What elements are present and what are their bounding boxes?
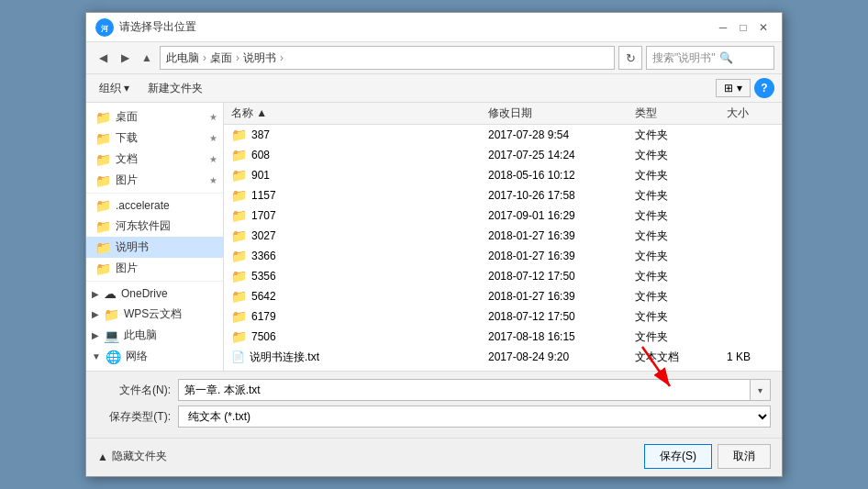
- breadcrumb-sep1: ›: [203, 51, 206, 64]
- sidebar-item-accelerate[interactable]: 📁 .accelerate: [86, 195, 223, 216]
- picture-icon: 📁: [95, 173, 111, 188]
- minimize-button[interactable]: ─: [714, 18, 732, 37]
- sidebar-divider2: [86, 281, 223, 282]
- table-row[interactable]: 📁 387 2017-07-28 9:54 文件夹: [224, 125, 782, 145]
- pin-icon-document: ★: [209, 154, 217, 164]
- filetype-select[interactable]: 纯文本 (*.txt): [178, 406, 771, 428]
- onedrive-expand-icon: ▶: [92, 289, 99, 299]
- folder-icon: 📁: [231, 228, 247, 243]
- filetype-row: 保存类型(T): 纯文本 (*.txt): [97, 406, 771, 428]
- sidebar-label-desktop: 桌面: [116, 109, 138, 125]
- file-rows: 📁 387 2017-07-28 9:54 文件夹 📁 608 2017-07-…: [224, 125, 782, 367]
- filename-label: 文件名(N):: [97, 383, 171, 398]
- file-icon: 📄: [231, 350, 245, 363]
- title-bar: 河 请选择导出位置 ─ □ ✕: [86, 13, 782, 42]
- sidebar-label-network: 网络: [126, 349, 148, 364]
- file-size: 1 KB: [727, 350, 782, 363]
- sidebar-item-desktop[interactable]: 📁 桌面 ★: [86, 106, 223, 128]
- breadcrumb[interactable]: 此电脑 › 桌面 › 说明书 ›: [160, 46, 615, 70]
- hedong-icon: 📁: [95, 219, 111, 234]
- sidebar-item-document[interactable]: 📁 文档 ★: [86, 149, 223, 170]
- filename-dropdown-arrow[interactable]: ▾: [751, 379, 771, 401]
- help-button[interactable]: ?: [754, 78, 774, 98]
- table-row[interactable]: 📁 3366 2018-01-27 16:39 文件夹: [224, 246, 782, 266]
- hide-folders-toggle[interactable]: ▲ 隐藏文件夹: [97, 449, 167, 464]
- file-type: 文件夹: [635, 128, 727, 143]
- table-row[interactable]: 📁 1707 2017-09-01 16:29 文件夹: [224, 206, 782, 226]
- breadcrumb-current[interactable]: 说明书: [243, 50, 276, 66]
- network-icon: 🌐: [106, 350, 121, 364]
- sidebar-item-network[interactable]: ▼ 🌐 网络: [86, 346, 223, 367]
- col-header-date[interactable]: 修改日期: [488, 106, 635, 121]
- file-date: 2017-08-24 9:20: [488, 350, 635, 363]
- table-row[interactable]: 📁 901 2018-05-16 10:12 文件夹: [224, 165, 782, 185]
- hide-folders-label: 隐藏文件夹: [112, 449, 167, 464]
- save-button[interactable]: 保存(S): [644, 444, 712, 469]
- table-row[interactable]: 📄 说明书连接.txt 2017-08-24 9:20 文本文档 1 KB: [224, 347, 782, 367]
- folder-icon: 📁: [231, 188, 247, 203]
- file-type: 文件夹: [635, 329, 727, 345]
- close-button[interactable]: ✕: [754, 18, 773, 37]
- file-type: 文件夹: [635, 208, 727, 224]
- file-date: 2018-01-27 16:39: [488, 250, 635, 262]
- logo-icon: 河: [95, 18, 114, 37]
- table-row[interactable]: 📁 608 2017-07-25 14:24 文件夹: [224, 145, 782, 165]
- shuomingshu-icon: 📁: [95, 240, 111, 255]
- back-button[interactable]: ◀: [94, 49, 112, 67]
- sidebar-label-picture: 图片: [116, 172, 138, 188]
- file-date: 2018-07-12 17:50: [488, 310, 635, 323]
- pin-icon-download: ★: [209, 133, 217, 143]
- file-type: 文本文档: [635, 350, 727, 365]
- breadcrumb-desktop[interactable]: 桌面: [210, 50, 232, 66]
- organize-button[interactable]: 组织 ▾: [94, 79, 135, 98]
- table-row[interactable]: 📁 1157 2017-10-26 17:58 文件夹: [224, 185, 782, 206]
- col-header-name[interactable]: 名称 ▲: [231, 106, 488, 121]
- file-list-container: 名称 ▲ 修改日期 类型 大小 📁 387 2017-07-28 9:54 文件…: [224, 103, 782, 371]
- folder-icon: 📁: [231, 269, 247, 283]
- window-controls: ─ □ ✕: [714, 18, 773, 37]
- tupian-icon: 📁: [95, 261, 111, 276]
- desktop-icon: 📁: [95, 110, 111, 125]
- new-folder-button[interactable]: 新建文件夹: [142, 79, 208, 98]
- sidebar-label-tupian: 图片: [116, 261, 138, 276]
- file-type: 文件夹: [635, 309, 727, 325]
- sidebar-label-onedrive: OneDrive: [121, 287, 168, 300]
- view-arrow-icon: ▾: [737, 82, 742, 94]
- table-row[interactable]: 📁 5356 2018-07-12 17:50 文件夹: [224, 266, 782, 286]
- search-bar[interactable]: 搜索"说明书" 🔍: [646, 46, 774, 70]
- folder-icon: 📁: [231, 249, 247, 263]
- file-type: 文件夹: [635, 269, 727, 284]
- file-name: 901: [251, 169, 270, 182]
- refresh-button[interactable]: ↻: [618, 46, 642, 70]
- onedrive-icon: ☁: [104, 286, 117, 301]
- cancel-button[interactable]: 取消: [718, 444, 771, 469]
- sidebar-item-download[interactable]: 📁 下载 ★: [86, 128, 223, 149]
- sidebar-item-picture[interactable]: 📁 图片 ★: [86, 170, 223, 191]
- col-header-size[interactable]: 大小: [727, 106, 782, 121]
- sidebar-item-tupian[interactable]: 📁 图片: [86, 258, 223, 279]
- up-button[interactable]: ▲: [138, 49, 156, 67]
- sidebar-item-shuomingshu[interactable]: 📁 说明书: [86, 237, 223, 258]
- sidebar-label-hedong: 河东软件园: [116, 218, 171, 234]
- filename-input[interactable]: [178, 379, 751, 401]
- sidebar-item-thispc[interactable]: ▶ 💻 此电脑: [86, 325, 223, 346]
- sidebar-item-hedong[interactable]: 📁 河东软件园: [86, 216, 223, 237]
- table-row[interactable]: 📁 7506 2017-08-18 16:15 文件夹: [224, 327, 782, 347]
- forward-button[interactable]: ▶: [116, 49, 134, 67]
- file-name: 608: [251, 149, 270, 161]
- sidebar-item-onedrive[interactable]: ▶ ☁ OneDrive: [86, 283, 223, 304]
- breadcrumb-thispc[interactable]: 此电脑: [166, 50, 199, 66]
- network-expand-icon: ▼: [92, 351, 101, 361]
- maximize-button[interactable]: □: [734, 18, 752, 37]
- thispc-icon: 💻: [104, 328, 119, 343]
- view-toggle-button[interactable]: ⊞ ▾: [716, 79, 751, 97]
- file-date: 2018-01-27 16:39: [488, 290, 635, 303]
- file-type: 文件夹: [635, 168, 727, 183]
- table-row[interactable]: 📁 5642 2018-01-27 16:39 文件夹: [224, 286, 782, 306]
- pin-icon-picture: ★: [209, 175, 217, 185]
- folder-icon: 📁: [231, 168, 247, 183]
- sidebar-item-wps[interactable]: ▶ 📁 WPS云文档: [86, 304, 223, 325]
- table-row[interactable]: 📁 3027 2018-01-27 16:39 文件夹: [224, 226, 782, 246]
- table-row[interactable]: 📁 6179 2018-07-12 17:50 文件夹: [224, 306, 782, 327]
- col-header-type[interactable]: 类型: [635, 106, 727, 121]
